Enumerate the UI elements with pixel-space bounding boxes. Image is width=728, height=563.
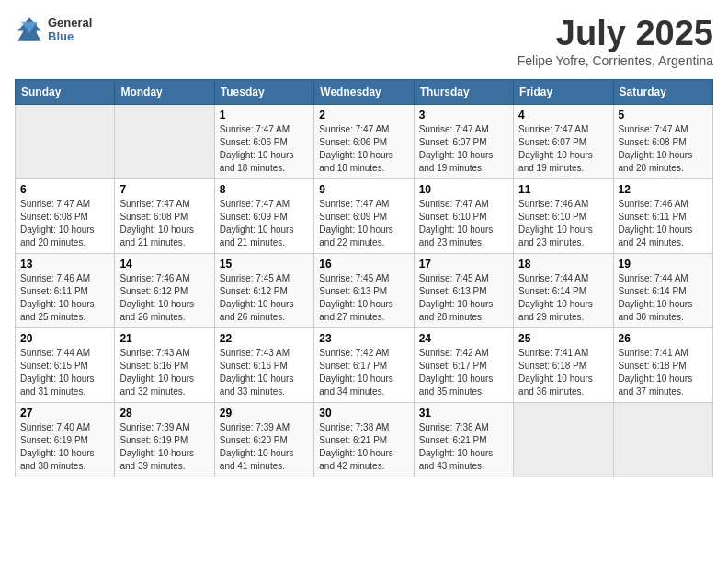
sunrise: Sunrise: 7:46 AM [119, 273, 189, 283]
day-number: 1 [220, 109, 309, 121]
day-of-week-header: Saturday [613, 79, 712, 104]
sunrise: Sunrise: 7:41 AM [518, 348, 588, 358]
sunrise: Sunrise: 7:42 AM [419, 348, 489, 358]
calendar-day-cell [613, 402, 712, 477]
calendar-day-cell: 10 Sunrise: 7:47 AM Sunset: 6:10 PM Dayl… [414, 178, 513, 253]
daylight: Daylight: 10 hours and 21 minutes. [220, 224, 294, 247]
sunset: Sunset: 6:07 PM [518, 137, 586, 147]
day-number: 31 [419, 407, 508, 419]
day-number: 30 [319, 407, 408, 419]
calendar-day-cell: 28 Sunrise: 7:39 AM Sunset: 6:19 PM Dayl… [115, 402, 214, 477]
day-info: Sunrise: 7:47 AM Sunset: 6:08 PM Dayligh… [619, 123, 708, 175]
day-info: Sunrise: 7:41 AM Sunset: 6:18 PM Dayligh… [518, 347, 608, 398]
daylight: Daylight: 10 hours and 26 minutes. [119, 299, 194, 322]
sunset: Sunset: 6:19 PM [119, 435, 188, 445]
day-info: Sunrise: 7:45 AM Sunset: 6:13 PM Dayligh… [319, 272, 408, 324]
day-info: Sunrise: 7:40 AM Sunset: 6:19 PM Dayligh… [20, 421, 109, 473]
day-info: Sunrise: 7:42 AM Sunset: 6:17 PM Dayligh… [419, 347, 508, 398]
day-number: 28 [119, 407, 209, 419]
sunset: Sunset: 6:19 PM [20, 435, 88, 445]
calendar-week-row: 20 Sunrise: 7:44 AM Sunset: 6:15 PM Dayl… [16, 327, 713, 402]
daylight: Daylight: 10 hours and 23 minutes. [419, 224, 494, 247]
daylight: Daylight: 10 hours and 24 minutes. [619, 224, 693, 247]
sunrise: Sunrise: 7:44 AM [20, 348, 90, 358]
sunrise: Sunrise: 7:47 AM [518, 124, 588, 134]
logo-line2: Blue [48, 29, 92, 43]
day-info: Sunrise: 7:45 AM Sunset: 6:13 PM Dayligh… [419, 272, 508, 324]
calendar-day-cell: 26 Sunrise: 7:41 AM Sunset: 6:18 PM Dayl… [613, 327, 712, 402]
sunrise: Sunrise: 7:40 AM [20, 422, 90, 432]
day-number: 3 [419, 109, 508, 121]
daylight: Daylight: 10 hours and 25 minutes. [20, 299, 95, 322]
calendar-day-cell: 15 Sunrise: 7:45 AM Sunset: 6:12 PM Dayl… [214, 253, 313, 327]
sunset: Sunset: 6:06 PM [319, 137, 387, 147]
calendar-day-cell: 5 Sunrise: 7:47 AM Sunset: 6:08 PM Dayli… [613, 104, 712, 178]
sunrise: Sunrise: 7:39 AM [220, 422, 290, 432]
sunrise: Sunrise: 7:47 AM [419, 124, 489, 134]
calendar-day-cell: 27 Sunrise: 7:40 AM Sunset: 6:19 PM Dayl… [16, 402, 115, 477]
day-number: 20 [20, 332, 109, 345]
sunrise: Sunrise: 7:47 AM [319, 124, 389, 134]
sunrise: Sunrise: 7:47 AM [20, 199, 90, 209]
calendar-day-cell: 6 Sunrise: 7:47 AM Sunset: 6:08 PM Dayli… [16, 178, 115, 253]
day-info: Sunrise: 7:47 AM Sunset: 6:06 PM Dayligh… [220, 123, 309, 175]
sunrise: Sunrise: 7:47 AM [619, 124, 688, 134]
page-header: General Blue July 2025 Felipe Yofre, Cor… [15, 15, 713, 68]
daylight: Daylight: 10 hours and 32 minutes. [119, 373, 194, 396]
sunset: Sunset: 6:21 PM [419, 435, 487, 445]
title-block: July 2025 Felipe Yofre, Corrientes, Arge… [518, 15, 713, 68]
calendar-day-cell: 30 Sunrise: 7:38 AM Sunset: 6:21 PM Dayl… [314, 402, 414, 477]
day-of-week-header: Thursday [414, 79, 513, 104]
daylight: Daylight: 10 hours and 33 minutes. [220, 373, 294, 396]
day-number: 2 [319, 109, 408, 121]
day-number: 13 [20, 258, 109, 270]
sunset: Sunset: 6:14 PM [518, 286, 586, 296]
sunset: Sunset: 6:21 PM [319, 435, 387, 445]
day-info: Sunrise: 7:38 AM Sunset: 6:21 PM Dayligh… [419, 421, 508, 473]
main-title: July 2025 [518, 15, 713, 53]
calendar-day-cell: 9 Sunrise: 7:47 AM Sunset: 6:09 PM Dayli… [314, 178, 414, 253]
day-info: Sunrise: 7:43 AM Sunset: 6:16 PM Dayligh… [220, 347, 309, 398]
calendar-day-cell: 22 Sunrise: 7:43 AM Sunset: 6:16 PM Dayl… [214, 327, 313, 402]
day-info: Sunrise: 7:46 AM Sunset: 6:11 PM Dayligh… [20, 272, 109, 324]
sunrise: Sunrise: 7:39 AM [119, 422, 189, 432]
sunrise: Sunrise: 7:45 AM [419, 273, 489, 283]
day-number: 6 [20, 183, 109, 196]
calendar-week-row: 6 Sunrise: 7:47 AM Sunset: 6:08 PM Dayli… [16, 178, 713, 253]
calendar-day-cell: 18 Sunrise: 7:44 AM Sunset: 6:14 PM Dayl… [514, 253, 613, 327]
day-info: Sunrise: 7:46 AM Sunset: 6:11 PM Dayligh… [619, 198, 708, 249]
calendar-day-cell [514, 402, 613, 477]
day-info: Sunrise: 7:46 AM Sunset: 6:12 PM Dayligh… [119, 272, 209, 324]
day-info: Sunrise: 7:38 AM Sunset: 6:21 PM Dayligh… [319, 421, 408, 473]
sunrise: Sunrise: 7:38 AM [319, 422, 389, 432]
day-number: 15 [220, 258, 309, 270]
sunset: Sunset: 6:11 PM [619, 212, 687, 222]
daylight: Daylight: 10 hours and 20 minutes. [619, 150, 693, 173]
calendar-day-cell: 29 Sunrise: 7:39 AM Sunset: 6:20 PM Dayl… [214, 402, 313, 477]
sunrise: Sunrise: 7:44 AM [518, 273, 588, 283]
daylight: Daylight: 10 hours and 34 minutes. [319, 373, 393, 396]
day-number: 23 [319, 332, 408, 345]
day-number: 16 [319, 258, 408, 270]
sunset: Sunset: 6:12 PM [119, 286, 188, 296]
day-of-week-header: Tuesday [214, 79, 313, 104]
daylight: Daylight: 10 hours and 30 minutes. [619, 299, 693, 322]
sunrise: Sunrise: 7:46 AM [518, 199, 588, 209]
sunset: Sunset: 6:16 PM [220, 361, 288, 371]
sunset: Sunset: 6:13 PM [319, 286, 387, 296]
daylight: Daylight: 10 hours and 42 minutes. [319, 448, 393, 471]
day-info: Sunrise: 7:47 AM Sunset: 6:09 PM Dayligh… [220, 198, 309, 249]
sunset: Sunset: 6:06 PM [220, 137, 288, 147]
sunset: Sunset: 6:09 PM [220, 212, 288, 222]
day-number: 14 [119, 258, 209, 270]
day-number: 22 [220, 332, 309, 345]
sunset: Sunset: 6:18 PM [619, 361, 687, 371]
day-number: 21 [119, 332, 209, 345]
day-of-week-header: Friday [514, 79, 613, 104]
calendar-day-cell: 11 Sunrise: 7:46 AM Sunset: 6:10 PM Dayl… [514, 178, 613, 253]
day-number: 10 [419, 183, 508, 196]
sunset: Sunset: 6:16 PM [119, 361, 188, 371]
calendar-week-row: 13 Sunrise: 7:46 AM Sunset: 6:11 PM Dayl… [16, 253, 713, 327]
calendar-day-cell: 2 Sunrise: 7:47 AM Sunset: 6:06 PM Dayli… [314, 104, 414, 178]
day-number: 8 [220, 183, 309, 196]
